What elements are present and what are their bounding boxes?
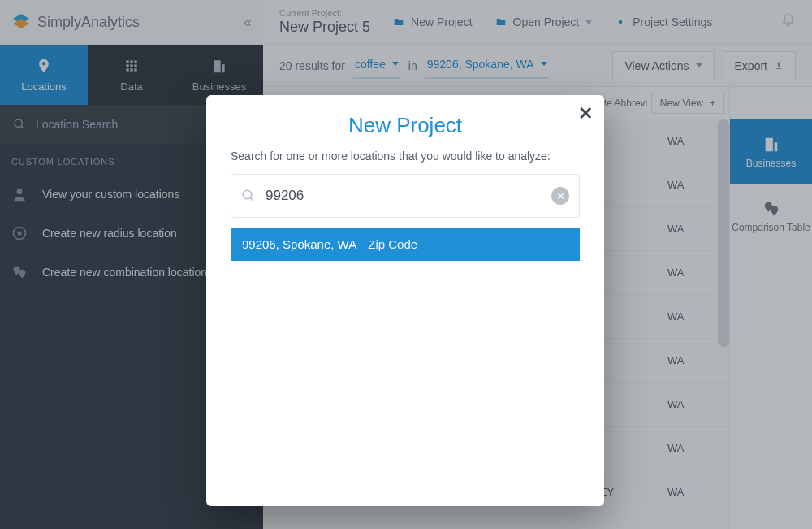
modal-subtitle: Search for one or more locations that yo… — [206, 150, 604, 174]
modal-search-field[interactable]: ✕ — [231, 174, 580, 218]
modal-search-input[interactable] — [266, 188, 542, 204]
modal-close-button[interactable]: ✕ — [578, 103, 593, 124]
clear-search-button[interactable]: ✕ — [551, 187, 569, 205]
suggestion-main: 99206, Spokane, WA — [242, 237, 356, 251]
svg-point-16 — [243, 190, 252, 199]
search-icon — [241, 189, 256, 203]
suggestion-list: 99206, Spokane, WA Zip Code — [231, 228, 580, 506]
suggestion-type: Zip Code — [368, 237, 417, 251]
svg-line-17 — [250, 197, 253, 201]
suggestion-item[interactable]: 99206, Spokane, WA Zip Code — [231, 228, 580, 261]
new-project-modal: ✕ New Project Search for one or more loc… — [206, 95, 604, 506]
modal-title: New Project — [206, 95, 604, 150]
